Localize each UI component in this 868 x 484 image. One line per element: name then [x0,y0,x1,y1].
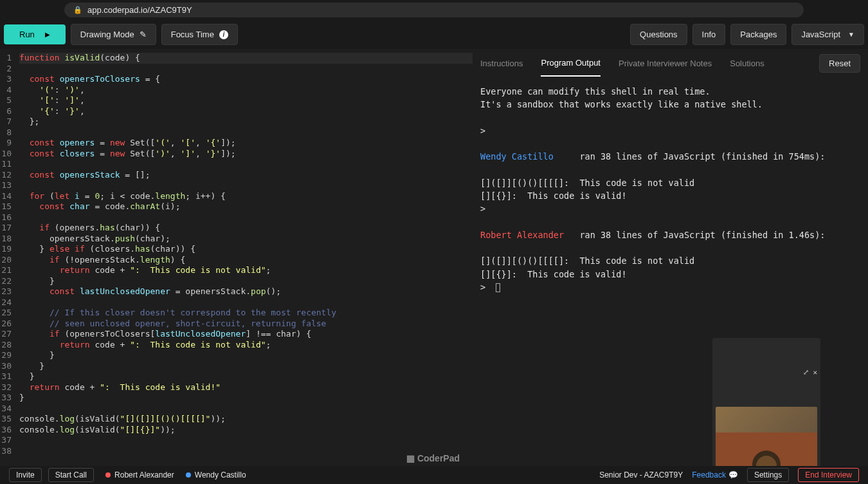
tab-solutions[interactable]: Solutions [730,51,764,76]
info-label: Info [702,30,716,39]
user-indicator-2[interactable]: Wendy Castillo [186,470,246,479]
focus-time-label: Focus Time [171,30,214,39]
tab-instructions[interactable]: Instructions [480,51,523,76]
user-indicator-1[interactable]: Robert Alexander [105,470,174,479]
start-call-button[interactable]: Start Call [48,468,94,482]
expand-icon[interactable]: ⤢ [803,368,809,378]
cursor [496,283,500,292]
console-prompt: > [480,126,485,136]
reset-button[interactable]: Reset [819,54,860,73]
tab-program-output[interactable]: Program Output [541,50,601,77]
console-line: ran 38 lines of JavaScript (finished in … [554,151,826,162]
feedback-label: Feedback [692,470,726,479]
logo-icon: ▦ [406,453,415,463]
output-tabs: Instructions Program Output Private Inte… [473,49,868,77]
drawing-mode-button[interactable]: Drawing Mode ✎ [71,24,156,45]
coderpad-logo: ▦ CoderPad [406,453,460,463]
language-dropdown[interactable]: JavaScript ▼ [791,24,864,45]
footer: Invite Start Call Robert Alexander Wendy… [0,466,868,484]
console-line: It's a sandbox that works exactly like a… [480,99,763,109]
user-name: Robert Alexander [114,470,174,479]
invite-button[interactable]: Invite [9,468,42,482]
language-label: JavaScript [801,30,840,39]
video-panel: ⤢ ✕ Robert Alexander Wendy Castillo [712,338,820,484]
drawing-mode-label: Drawing Mode [80,30,134,39]
focus-time-button[interactable]: Focus Time i [161,24,238,45]
play-icon: ▶ [45,31,50,38]
packages-button[interactable]: Packages [730,24,786,45]
url-text: app.coderpad.io/AZAC9T9Y [87,5,192,15]
toolbar: Run ▶ Drawing Mode ✎ Focus Time i Questi… [0,20,868,49]
code-editor[interactable]: 1234567891011121314151617181920212223242… [0,49,473,470]
console-line: [][{}]: This code is valid! [480,269,627,279]
settings-button[interactable]: Settings [747,468,789,482]
console-output[interactable]: Everyone can modify this shell in real t… [473,77,868,470]
console-user: Robert Alexander [480,230,564,240]
console-prompt: > [480,282,485,292]
console-user: Wendy Castillo [480,151,554,162]
console-line: []([]][()()[[[[]: This code is not valid [480,256,694,266]
packages-label: Packages [740,30,777,39]
run-label: Run [19,30,35,39]
console-line: Everyone can modify this shell in real t… [480,86,710,97]
brand-text: CoderPad [417,453,460,463]
session-label: Senior Dev - AZAC9T9Y [599,470,683,479]
questions-button[interactable]: Questions [630,24,687,45]
tab-private-notes[interactable]: Private Interviewer Notes [619,51,712,76]
chevron-down-icon: ▼ [848,31,854,38]
console-line: ran 38 lines of JavaScript (finished in … [564,230,825,240]
url-bar[interactable]: 🔒 app.coderpad.io/AZAC9T9Y [64,3,804,17]
chat-icon: 💬 [728,470,738,479]
presence-dot-blue [186,472,191,478]
line-numbers: 1234567891011121314151617181920212223242… [0,49,15,470]
console-prompt: > [480,203,485,214]
info-button[interactable]: Info [692,24,726,45]
feedback-link[interactable]: Feedback 💬 [692,470,738,479]
pencil-icon: ✎ [140,30,147,39]
questions-label: Questions [640,30,678,39]
user-name: Wendy Castillo [195,470,246,479]
presence-dot-red [105,472,111,478]
lock-icon: 🔒 [73,6,82,14]
code-area[interactable]: function isValid(code) { const openersTo… [15,49,473,470]
info-icon: i [219,30,228,39]
console-line: [][{}]: This code is valid! [480,191,627,201]
run-button[interactable]: Run ▶ [4,24,66,44]
close-icon[interactable]: ✕ [813,368,817,378]
console-line: []([]][()()[[[[]: This code is not valid [480,178,694,188]
end-interview-button[interactable]: End Interview [798,468,859,482]
